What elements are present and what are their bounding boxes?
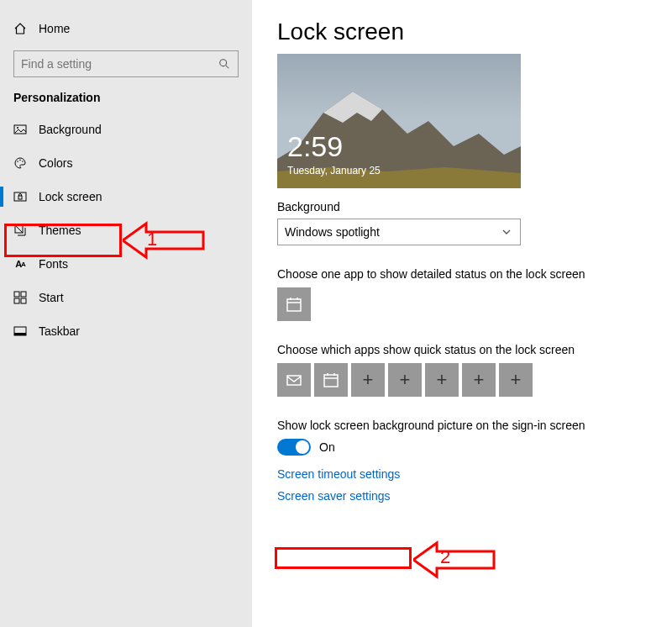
link-screen-saver[interactable]: Screen saver settings <box>277 489 391 503</box>
svg-rect-13 <box>21 298 26 303</box>
quick-status-tile-add[interactable]: + <box>425 363 459 397</box>
palette-icon <box>13 156 27 170</box>
preview-time: 2:59 <box>287 130 343 163</box>
quick-status-tile-add[interactable]: + <box>462 363 496 397</box>
svg-rect-10 <box>14 292 19 297</box>
sidebar-section-title: Personalization <box>0 91 252 113</box>
lockscreen-icon <box>13 190 27 203</box>
background-select[interactable]: Windows spotlight <box>277 219 521 245</box>
plus-icon: + <box>400 369 411 391</box>
sidebar-item-background[interactable]: Background <box>0 113 252 146</box>
plus-icon: + <box>511 369 522 391</box>
picture-icon <box>13 123 27 136</box>
background-label: Background <box>277 200 647 213</box>
svg-rect-8 <box>18 196 22 199</box>
sidebar-item-home[interactable]: Home <box>0 15 252 42</box>
search-icon <box>218 57 231 71</box>
sidebar-item-lock-screen[interactable]: Lock screen <box>0 180 252 213</box>
calendar-icon <box>286 296 302 313</box>
quick-status-tile-add[interactable]: + <box>351 363 385 397</box>
quick-status-tile-mail[interactable] <box>277 363 311 397</box>
search-input-container[interactable] <box>13 50 239 77</box>
sidebar-item-taskbar[interactable]: Taskbar <box>0 314 252 348</box>
show-bg-toggle[interactable] <box>277 439 311 456</box>
quick-status-tile-add[interactable]: + <box>388 363 422 397</box>
plus-icon: + <box>363 369 374 391</box>
themes-icon <box>13 224 27 237</box>
sidebar-item-label: Colors <box>39 156 72 170</box>
page-title: Lock screen <box>277 18 647 45</box>
toggle-state-label: On <box>319 440 335 454</box>
preview-date: Tuesday, January 25 <box>287 165 381 177</box>
calendar-icon <box>323 371 339 388</box>
svg-point-4 <box>17 161 18 162</box>
svg-point-0 <box>220 60 227 66</box>
svg-point-6 <box>22 161 24 162</box>
background-select-value: Windows spotlight <box>285 225 380 239</box>
svg-rect-27 <box>324 375 338 387</box>
svg-point-3 <box>17 127 18 129</box>
fonts-icon: AA <box>13 257 27 271</box>
sidebar-item-label: Taskbar <box>39 324 80 338</box>
sidebar-item-label: Lock screen <box>39 190 102 203</box>
sidebar-item-label: Themes <box>39 224 81 237</box>
quick-status-tile-add[interactable]: + <box>499 363 533 397</box>
sidebar-item-colors[interactable]: Colors <box>0 146 252 180</box>
sidebar-item-start[interactable]: Start <box>0 281 252 314</box>
taskbar-icon <box>13 324 27 338</box>
plus-icon: + <box>474 369 485 391</box>
quick-status-tile-calendar[interactable] <box>314 363 348 397</box>
detailed-status-label: Choose one app to show detailed status o… <box>277 267 647 281</box>
lockscreen-preview[interactable]: 2:59 Tuesday, January 25 <box>277 54 521 188</box>
link-screen-timeout[interactable]: Screen timeout settings <box>277 467 400 481</box>
search-input[interactable] <box>21 57 218 71</box>
sidebar-item-fonts[interactable]: AA Fonts <box>0 247 252 281</box>
start-icon <box>13 291 27 304</box>
sidebar-item-label: Fonts <box>39 257 68 271</box>
plus-icon: + <box>437 369 448 391</box>
sidebar-item-label: Start <box>39 291 64 304</box>
chevron-down-icon <box>500 225 513 239</box>
svg-rect-12 <box>14 298 19 303</box>
sidebar-item-themes[interactable]: Themes <box>0 213 252 247</box>
svg-rect-26 <box>287 376 301 385</box>
mail-icon <box>286 371 302 388</box>
home-icon <box>13 22 27 35</box>
sidebar-item-label: Background <box>39 123 102 136</box>
main-content: Lock screen 2:59 Tuesday, January 25 Bac… <box>252 0 672 627</box>
svg-rect-19 <box>287 299 301 311</box>
detailed-status-app-tile[interactable] <box>277 287 311 321</box>
svg-rect-15 <box>14 333 26 335</box>
sidebar-home-label: Home <box>39 22 70 35</box>
sidebar: Home Personalization Background Colors L… <box>0 0 252 627</box>
show-bg-label: Show lock screen background picture on t… <box>277 419 647 432</box>
quick-status-label: Choose which apps show quick status on t… <box>277 343 647 356</box>
svg-line-1 <box>226 66 229 69</box>
svg-rect-11 <box>21 292 26 297</box>
svg-point-5 <box>19 160 21 161</box>
